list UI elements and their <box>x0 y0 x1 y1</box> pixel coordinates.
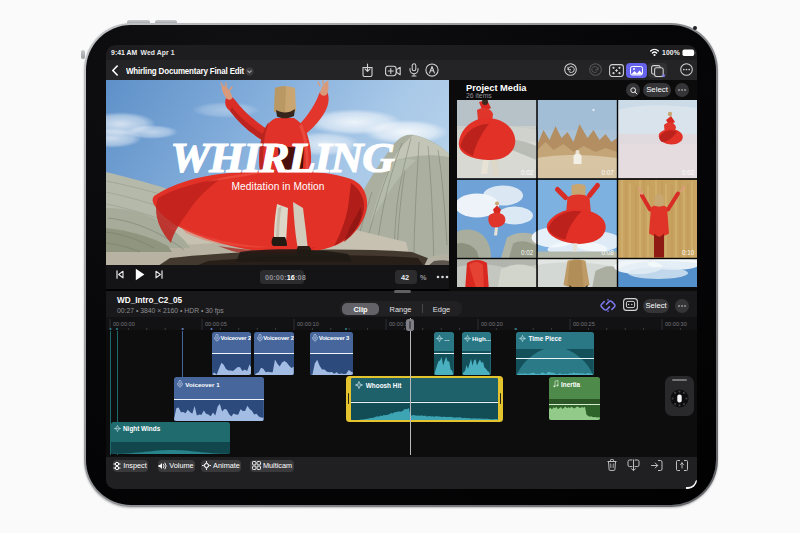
svg-text:00:00:10: 00:00:10 <box>297 321 319 327</box>
svg-text:00:00:25: 00:00:25 <box>573 321 595 327</box>
svg-text:0:10: 0:10 <box>682 249 695 256</box>
svg-text:00:00:00: 00:00:00 <box>113 321 135 327</box>
svg-text:0:02: 0:02 <box>682 169 695 176</box>
svg-text:0:07: 0:07 <box>602 169 615 176</box>
svg-text:0:08: 0:08 <box>602 249 615 256</box>
svg-text:WHIRLING: WHIRLING <box>171 135 395 181</box>
svg-text:0:02: 0:02 <box>521 249 534 256</box>
svg-text:Meditation in Motion: Meditation in Motion <box>231 181 324 192</box>
svg-text:00:00:20: 00:00:20 <box>481 321 503 327</box>
svg-text:0:02: 0:02 <box>521 169 534 176</box>
svg-text:00:00:30: 00:00:30 <box>665 321 687 327</box>
svg-text:00:00:05: 00:00:05 <box>205 321 227 327</box>
